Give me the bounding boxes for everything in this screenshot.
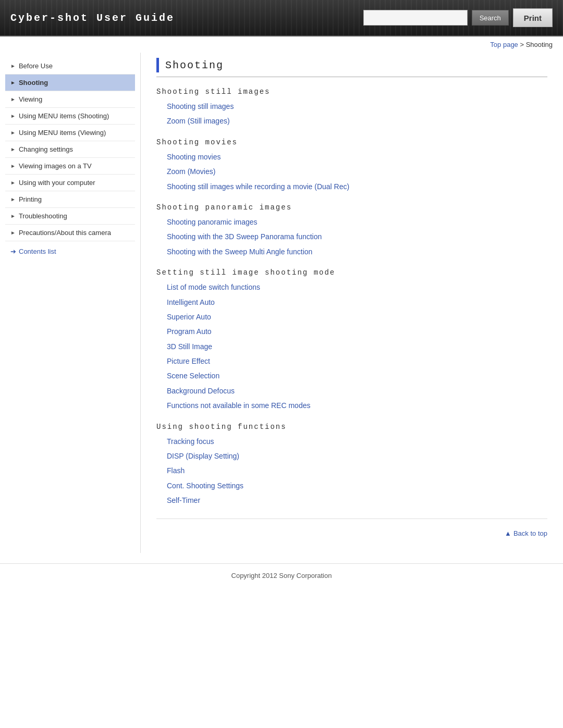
sidebar-item-label: Shooting (19, 79, 48, 87)
contents-list-label: Contents list (19, 248, 56, 255)
section-header-movies: Shooting movies (156, 138, 547, 146)
print-button[interactable]: Print (513, 8, 553, 27)
footer-text: Copyright 2012 Sony Corporation (231, 572, 332, 579)
sidebar-item-troubleshooting[interactable]: ► Troubleshooting (5, 208, 135, 225)
sidebar-item-label: Troubleshooting (19, 212, 67, 220)
section-header-shooting-functions: Using shooting functions (156, 423, 547, 431)
sidebar-item-label: Viewing images on a TV (19, 162, 92, 170)
link-scene-selection[interactable]: Scene Selection (156, 368, 547, 383)
sidebar-item-menu-shooting[interactable]: ► Using MENU items (Shooting) (5, 108, 135, 125)
link-functions-not-available[interactable]: Functions not available in some REC mode… (156, 398, 547, 413)
chevron-right-icon: ► (10, 96, 16, 102)
link-self-timer[interactable]: Self-Timer (156, 493, 547, 508)
content-area: Shooting Shooting still images Shooting … (141, 53, 563, 553)
sidebar-item-label: Using MENU items (Shooting) (19, 112, 109, 120)
chevron-right-icon: ► (10, 146, 16, 152)
sidebar-item-label: Precautions/About this camera (19, 229, 111, 237)
breadcrumb-current: Shooting (526, 41, 553, 48)
chevron-right-icon: ► (10, 196, 16, 202)
sidebar-item-changing-settings[interactable]: ► Changing settings (5, 141, 135, 158)
sidebar-item-printing[interactable]: ► Printing (5, 191, 135, 208)
sidebar-item-label: Viewing (19, 95, 42, 103)
footer: Copyright 2012 Sony Corporation (0, 563, 563, 587)
link-superior-auto[interactable]: Superior Auto (156, 310, 547, 324)
breadcrumb-top-link[interactable]: Top page (490, 41, 518, 48)
chevron-right-icon: ► (10, 213, 16, 219)
back-to-top-label: Back to top (513, 529, 547, 537)
link-disp-display-setting[interactable]: DISP (Display Setting) (156, 449, 547, 463)
chevron-right-icon: ► (10, 63, 16, 69)
section-panoramic: Shooting panoramic images Shooting panor… (156, 203, 547, 259)
search-button[interactable]: Search (472, 10, 509, 26)
sidebar-item-viewing[interactable]: ► Viewing (5, 91, 135, 108)
section-shooting-movies: Shooting movies Shooting movies Zoom (Mo… (156, 138, 547, 194)
link-shooting-movies[interactable]: Shooting movies (156, 150, 547, 164)
link-tracking-focus[interactable]: Tracking focus (156, 434, 547, 449)
section-header-still-images: Shooting still images (156, 88, 547, 96)
sidebar-item-shooting[interactable]: ► Shooting (5, 75, 135, 91)
chevron-right-icon: ► (10, 80, 16, 85)
sidebar-item-before-use[interactable]: ► Before Use (5, 58, 135, 75)
link-zoom-movies[interactable]: Zoom (Movies) (156, 164, 547, 179)
triangle-up-icon: ▲ (505, 529, 511, 537)
link-mode-switch-functions[interactable]: List of mode switch functions (156, 280, 547, 294)
sidebar-item-label: Printing (19, 195, 42, 203)
header: Cyber-shot User Guide Search Print (0, 0, 563, 36)
page-title-section: Shooting (156, 58, 547, 77)
section-header-still-mode: Setting still image shooting mode (156, 268, 547, 277)
sidebar-item-label: Before Use (19, 62, 53, 70)
section-header-panoramic: Shooting panoramic images (156, 203, 547, 212)
arrow-right-icon: ➔ (10, 248, 16, 255)
chevron-right-icon: ► (10, 180, 16, 186)
sidebar-item-computer[interactable]: ► Using with your computer (5, 175, 135, 191)
sidebar-item-precautions[interactable]: ► Precautions/About this camera (5, 225, 135, 241)
chevron-right-icon: ► (10, 163, 16, 169)
link-cont-shooting[interactable]: Cont. Shooting Settings (156, 478, 547, 493)
title-bar-accent (156, 58, 159, 72)
link-background-defocus[interactable]: Background Defocus (156, 384, 547, 398)
page-title: Shooting (165, 59, 224, 71)
section-shooting-still-images: Shooting still images Shooting still ima… (156, 88, 547, 129)
link-flash[interactable]: Flash (156, 463, 547, 478)
link-intelligent-auto[interactable]: Intelligent Auto (156, 295, 547, 310)
link-shooting-still-images[interactable]: Shooting still images (156, 99, 547, 114)
link-dual-rec[interactable]: Shooting still images while recording a … (156, 179, 547, 194)
link-shooting-panoramic[interactable]: Shooting panoramic images (156, 215, 547, 229)
back-to-top: ▲Back to top (156, 519, 547, 542)
site-title: Cyber-shot User Guide (10, 12, 175, 24)
link-3d-sweep-panorama[interactable]: Shooting with the 3D Sweep Panorama func… (156, 229, 547, 244)
breadcrumb-separator: > (518, 41, 526, 48)
chevron-right-icon: ► (10, 130, 16, 135)
sidebar-item-label: Using MENU items (Viewing) (19, 129, 106, 137)
link-sweep-multi-angle[interactable]: Shooting with the Sweep Multi Angle func… (156, 244, 547, 259)
chevron-right-icon: ► (10, 113, 16, 119)
search-input[interactable] (363, 10, 468, 26)
contents-list-link[interactable]: ➔ Contents list (5, 241, 135, 255)
sidebar-item-label: Using with your computer (19, 179, 95, 187)
section-shooting-functions: Using shooting functions Tracking focus … (156, 423, 547, 508)
search-area: Search Print (363, 8, 553, 27)
link-3d-still-image[interactable]: 3D Still Image (156, 339, 547, 354)
main-layout: ► Before Use ► Shooting ► Viewing ► Usin… (0, 53, 563, 563)
back-to-top-link[interactable]: ▲Back to top (505, 529, 547, 537)
breadcrumb: Top page > Shooting (0, 36, 563, 53)
sidebar-item-menu-viewing[interactable]: ► Using MENU items (Viewing) (5, 125, 135, 141)
sidebar-item-label: Changing settings (19, 145, 73, 153)
sidebar: ► Before Use ► Shooting ► Viewing ► Usin… (0, 53, 141, 553)
chevron-right-icon: ► (10, 230, 16, 236)
section-still-image-mode: Setting still image shooting mode List o… (156, 268, 547, 413)
link-program-auto[interactable]: Program Auto (156, 324, 547, 339)
link-zoom-still-images[interactable]: Zoom (Still images) (156, 114, 547, 128)
sidebar-item-viewing-tv[interactable]: ► Viewing images on a TV (5, 158, 135, 175)
link-picture-effect[interactable]: Picture Effect (156, 354, 547, 368)
